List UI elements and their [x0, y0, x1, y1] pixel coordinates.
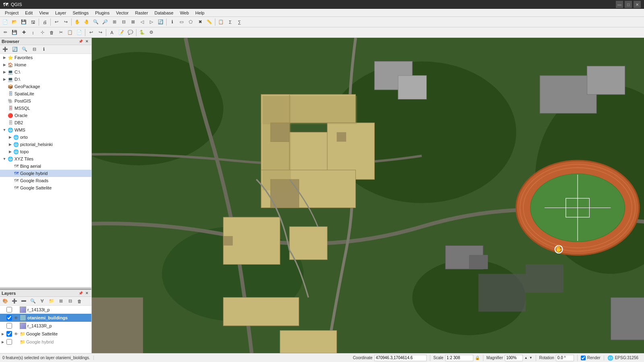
tb-zoom-select[interactable]: ⊠ — [128, 18, 137, 27]
menu-plugins[interactable]: Plugins — [92, 10, 113, 16]
layer-checkbox[interactable] — [6, 339, 12, 345]
browser-tree-item[interactable]: 🗺Google Roads — [0, 177, 91, 184]
layers-tb-remove2[interactable]: 🗑 — [75, 297, 84, 306]
tb2-add-feature[interactable]: ✚ — [19, 28, 28, 37]
browser-tree-item[interactable]: 🐘PostGIS — [0, 97, 91, 105]
browser-tree-item[interactable]: ▶⭐Favorites — [0, 54, 91, 61]
browser-tree-item[interactable]: ▶🏠Home — [0, 61, 91, 68]
tb-save-as[interactable]: 🖫 — [29, 18, 37, 27]
tb-pan-map[interactable]: 🤚 — [82, 18, 91, 27]
tb-stat[interactable]: Σ — [226, 18, 235, 27]
tree-expand-icon[interactable]: ▶ — [7, 142, 13, 147]
tree-expand-icon[interactable]: ▶ — [7, 134, 13, 140]
tree-expand-icon[interactable]: ▶ — [2, 76, 7, 82]
menu-web[interactable]: Web — [177, 10, 192, 16]
magnifier-input[interactable] — [505, 355, 523, 361]
tb2-save-layer[interactable]: 💾 — [10, 28, 19, 37]
tb-save[interactable]: 💾 — [19, 18, 28, 27]
scale-lock-icon[interactable]: 🔒 — [475, 356, 480, 360]
tb-open[interactable]: 📂 — [10, 18, 19, 27]
layer-checkbox[interactable] — [6, 307, 12, 313]
tb-attr-table[interactable]: 📋 — [217, 18, 225, 27]
tb-zoom-full[interactable]: ⊞ — [110, 18, 119, 27]
tb2-undo[interactable]: ↩ — [87, 28, 95, 37]
tb2-python[interactable]: 🐍 — [138, 28, 147, 37]
browser-tree-item[interactable]: ▶🌐topo — [0, 148, 91, 155]
tb-refresh[interactable]: 🔄 — [156, 18, 165, 27]
tb2-processing[interactable]: ⚙ — [147, 28, 156, 37]
layer-item[interactable]: ▶📁Google hybrid — [0, 338, 91, 346]
minimize-button[interactable]: — — [616, 1, 623, 8]
tb-field-calc[interactable]: ∑ — [235, 18, 244, 27]
tree-expand-icon[interactable]: ▶ — [2, 62, 7, 68]
layer-checkbox[interactable] — [6, 331, 12, 337]
browser-tree-item[interactable]: ▶🌐pictorial_helsinki — [0, 141, 91, 148]
magnifier-down-icon[interactable]: ▼ — [529, 356, 533, 360]
tb2-move-feature[interactable]: ↕ — [29, 28, 37, 37]
layer-item[interactable]: r_14133t_p — [0, 306, 91, 314]
browser-tree-item[interactable]: ▶🌐orto — [0, 134, 91, 141]
scale-input[interactable] — [445, 355, 473, 361]
tb2-label[interactable]: A — [107, 28, 116, 37]
layers-pin-btn[interactable]: 📌 — [78, 290, 83, 296]
menu-project[interactable]: Project — [2, 10, 22, 16]
maximize-button[interactable]: □ — [625, 1, 632, 8]
layer-item[interactable]: 👁otaniemi_buildings — [0, 314, 91, 322]
layers-close-btn[interactable]: ✕ — [84, 290, 90, 296]
tb-zoom-layer[interactable]: ⊟ — [119, 18, 128, 27]
tb-pan[interactable]: ✋ — [73, 18, 82, 27]
tb-zoom-out[interactable]: 🔎 — [101, 18, 109, 27]
browser-tree-item[interactable]: 🗺Google hybrid — [0, 170, 91, 177]
tb2-copy-features[interactable]: 📋 — [66, 28, 74, 37]
browser-tree-item[interactable]: 🗄MSSQL — [0, 105, 91, 112]
layers-tb-open[interactable]: 🎨 — [1, 297, 10, 306]
browser-tree-item[interactable]: 🗺Google Sattelite — [0, 184, 91, 191]
browser-tree-item[interactable]: ▶💻C:\ — [0, 68, 91, 76]
tb2-cut-features[interactable]: ✂ — [56, 28, 65, 37]
tree-expand-icon[interactable]: ▼ — [2, 127, 7, 133]
coordinate-input[interactable] — [374, 355, 427, 361]
tb2-edit-mode[interactable]: ✏ — [1, 28, 10, 37]
tb-zoom-next[interactable]: ▷ — [147, 18, 156, 27]
browser-tb-filter[interactable]: 🔍 — [20, 45, 29, 54]
browser-tree-item[interactable]: ▶💻D:\ — [0, 76, 91, 83]
browser-tree-item[interactable]: 🗄DB2 — [0, 119, 91, 126]
tb-undo[interactable]: ↩ — [52, 18, 61, 27]
browser-tree-item[interactable]: 📦GeoPackage — [0, 83, 91, 90]
browser-tb-collapse[interactable]: ⊟ — [30, 45, 39, 54]
browser-tb-add[interactable]: ➕ — [1, 45, 10, 54]
layers-tb-remove[interactable]: ➖ — [19, 297, 28, 306]
browser-tree-item[interactable]: ▼🌐XYZ Tiles — [0, 155, 91, 162]
browser-tb-refresh[interactable]: 🔄 — [10, 45, 19, 54]
tb2-map-tips[interactable]: 💬 — [126, 28, 135, 37]
browser-close-btn[interactable]: ✕ — [84, 39, 90, 44]
menu-layer[interactable]: Layer — [52, 10, 70, 16]
tb-deselect[interactable]: ✖ — [196, 18, 204, 27]
tb-select-poly[interactable]: ⬠ — [186, 18, 195, 27]
browser-tree-item[interactable]: 🗺Bing aerial — [0, 162, 91, 170]
layers-tb-filter2[interactable]: ∀ — [38, 297, 47, 306]
layer-checkbox[interactable] — [6, 315, 12, 321]
tb2-redo[interactable]: ↪ — [96, 28, 105, 37]
layer-checkbox[interactable] — [6, 323, 12, 329]
menu-help[interactable]: Help — [192, 10, 208, 16]
browser-pin-btn[interactable]: 📌 — [78, 39, 83, 44]
render-checkbox[interactable] — [581, 356, 586, 360]
menu-raster[interactable]: Raster — [132, 10, 151, 16]
tb-zoom-in[interactable]: 🔍 — [91, 18, 100, 27]
menu-edit[interactable]: Edit — [22, 10, 36, 16]
tree-expand-icon[interactable]: ▶ — [7, 149, 13, 154]
tb2-node-tool[interactable]: ⊹ — [38, 28, 47, 37]
tb-identify[interactable]: ℹ — [168, 18, 177, 27]
menu-database[interactable]: Database — [151, 10, 177, 16]
tb2-delete-selected[interactable]: 🗑 — [47, 28, 56, 37]
tb-print[interactable]: 🖨 — [40, 18, 49, 27]
tb-new[interactable]: 📄 — [1, 18, 10, 27]
tb2-paste-features[interactable]: 📄 — [75, 28, 84, 37]
close-button[interactable]: ✕ — [634, 1, 641, 8]
layers-tb-filter[interactable]: 🔍 — [29, 297, 37, 306]
browser-tb-properties[interactable]: ℹ — [39, 45, 48, 54]
layers-tb-collapse[interactable]: ⊟ — [66, 297, 74, 306]
layers-tb-add[interactable]: ➕ — [10, 297, 19, 306]
tree-expand-icon[interactable]: ▼ — [2, 156, 7, 162]
